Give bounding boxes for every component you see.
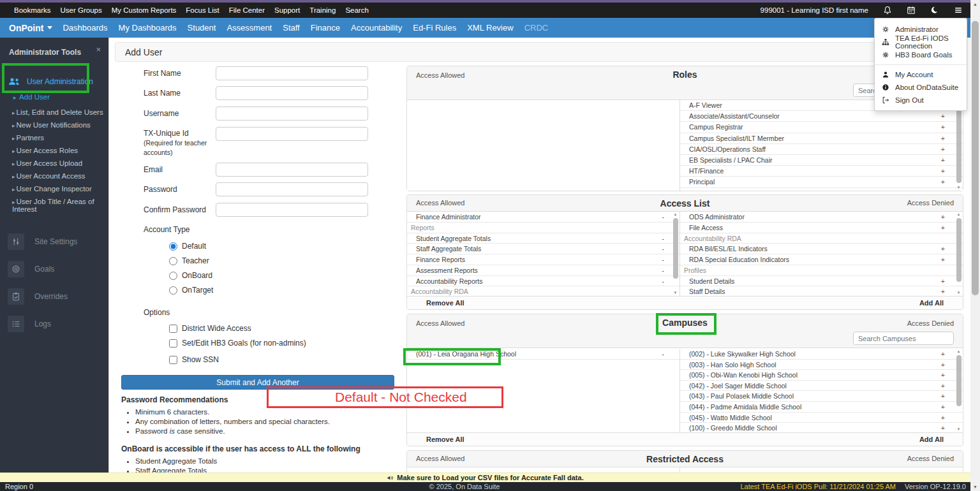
- moon-icon[interactable]: [930, 6, 939, 15]
- table-row[interactable]: (002) - Luke Skywalker High School+: [680, 349, 963, 360]
- table-row[interactable]: Campus Registrar+: [680, 122, 963, 133]
- menu-item-tea-edfi-iods-connection[interactable]: TEA Ed-Fi IODS Connection: [875, 36, 967, 48]
- table-row[interactable]: EB Specialists / LPAC Chair+: [680, 155, 963, 166]
- table-row[interactable]: (045) - Watto Middle School+: [680, 413, 963, 423]
- menu-focus-list[interactable]: Focus List: [186, 6, 219, 14]
- list-scrollbar[interactable]: ▲ ▼: [955, 349, 962, 432]
- show-ssn-input[interactable]: [169, 356, 177, 364]
- nav-dashboards[interactable]: Dashboards: [63, 23, 107, 33]
- remove-row-icon[interactable]: -: [662, 265, 665, 276]
- add-row-icon[interactable]: +: [941, 212, 945, 223]
- nav-student[interactable]: Student: [188, 23, 216, 33]
- table-row[interactable]: Campus Specialist/ILT Mermber+: [680, 133, 963, 144]
- scroll-up-icon[interactable]: ▲: [955, 349, 962, 354]
- email-field[interactable]: [216, 163, 368, 177]
- table-row[interactable]: HT/Finance+: [680, 166, 963, 177]
- nav-accountability[interactable]: Accountability: [351, 23, 402, 33]
- menu-search[interactable]: Search: [345, 6, 368, 14]
- add-row-icon[interactable]: +: [941, 133, 945, 144]
- set-edit-hb3-goals-input[interactable]: [169, 339, 177, 348]
- radio-onboard-input[interactable]: [169, 272, 177, 280]
- nav-my-dashboards[interactable]: My Dashboards: [119, 23, 177, 33]
- scroll-thumb[interactable]: [972, 21, 979, 295]
- scroll-down-icon[interactable]: ▼: [970, 485, 980, 489]
- table-row[interactable]: Staff Aggregate Totals-: [407, 244, 679, 254]
- add-all-button[interactable]: Add All: [919, 436, 944, 443]
- add-row-icon[interactable]: +: [941, 177, 945, 187]
- tx-unique-id-field[interactable]: [216, 127, 368, 141]
- last-name-field[interactable]: [216, 86, 368, 100]
- add-all-button[interactable]: Add All: [919, 299, 944, 307]
- scroll-up-icon[interactable]: ▲: [672, 212, 679, 217]
- remove-row-icon[interactable]: -: [662, 212, 665, 223]
- menu-bookmarks[interactable]: Bookmarks: [14, 6, 51, 14]
- add-row-icon[interactable]: +: [941, 381, 945, 392]
- checkbox-district-wide-access[interactable]: District Wide Access: [169, 324, 251, 333]
- remove-row-icon[interactable]: -: [662, 276, 665, 287]
- remove-row-icon[interactable]: -: [662, 233, 665, 244]
- list-scrollbar[interactable]: ▲ ▼: [955, 212, 962, 295]
- submit-and-add-another-button[interactable]: Submit and Add Another: [121, 375, 394, 390]
- username-field[interactable]: [216, 106, 368, 121]
- menu-item-my-account[interactable]: My Account: [875, 68, 967, 81]
- table-row[interactable]: Associate/Assistant/Counselor+: [680, 111, 963, 122]
- sidebar-item-add-user[interactable]: ▸ Add User: [0, 89, 108, 106]
- menu-item-about-ondatasuite[interactable]: About OnDataSuite: [875, 81, 967, 94]
- table-row[interactable]: RDA Special Education Indicators+: [680, 254, 963, 265]
- table-row[interactable]: CIA/OSL/Operations Staff+: [680, 144, 963, 155]
- menu-training[interactable]: Training: [309, 6, 336, 14]
- sidebar-item-logs[interactable]: Logs: [0, 313, 108, 335]
- scroll-thumb[interactable]: [673, 218, 678, 279]
- table-row[interactable]: (001) - Leia Oragana High School-: [407, 349, 679, 360]
- checkbox-show-ssn[interactable]: Show SSN: [169, 355, 219, 364]
- sidebar-item-user-administration[interactable]: User Administration: [0, 64, 108, 89]
- add-row-icon[interactable]: +: [941, 349, 945, 360]
- table-row[interactable]: RDA Bil/ESL/EL Indicators+: [680, 244, 963, 254]
- page-scrollbar[interactable]: ▲ ▼: [970, 0, 980, 491]
- table-row[interactable]: ODS Administrator+: [680, 212, 963, 223]
- table-row[interactable]: (005) - Obi-Wan Kenobi High School+: [680, 370, 963, 381]
- add-row-icon[interactable]: +: [941, 166, 945, 177]
- scroll-thumb[interactable]: [956, 218, 961, 282]
- list-scrollbar[interactable]: ▲ ▼: [672, 212, 679, 295]
- add-row-icon[interactable]: +: [941, 276, 945, 287]
- radio-teacher[interactable]: Teacher: [169, 256, 209, 265]
- calendar-icon[interactable]: [907, 6, 916, 15]
- radio-ontarget-input[interactable]: [169, 286, 177, 295]
- add-row-icon[interactable]: +: [941, 286, 945, 296]
- bell-icon[interactable]: [883, 6, 892, 15]
- add-row-icon[interactable]: +: [941, 244, 945, 254]
- remove-row-icon[interactable]: -: [662, 349, 665, 360]
- scroll-thumb[interactable]: [956, 106, 961, 183]
- scroll-up-icon[interactable]: ▲: [955, 212, 962, 217]
- password-field[interactable]: [216, 182, 368, 196]
- scroll-down-icon[interactable]: ▼: [955, 186, 962, 190]
- sidebar-item-site-settings[interactable]: Site Settings: [0, 231, 108, 253]
- radio-onboard[interactable]: OnBoard: [169, 271, 212, 280]
- checkbox-set-edit-hb3-goals[interactable]: Set/Edit HB3 Goals (for non-admins): [169, 339, 306, 348]
- sidebar-item-overrides[interactable]: Overrides: [0, 286, 108, 307]
- menu-file-center[interactable]: File Center: [229, 6, 265, 14]
- confirm-password-field[interactable]: [216, 203, 368, 217]
- add-row-icon[interactable]: +: [941, 223, 945, 233]
- add-row-icon[interactable]: +: [941, 360, 945, 370]
- menu-item-hb3-board-goals[interactable]: HB3 Board Goals: [875, 48, 967, 61]
- scroll-down-icon[interactable]: ▼: [672, 291, 679, 295]
- add-row-icon[interactable]: +: [941, 254, 945, 265]
- table-row[interactable]: Student Details+: [680, 276, 963, 287]
- remove-row-icon[interactable]: -: [662, 254, 665, 265]
- nav-assessment[interactable]: Assessment: [226, 23, 272, 33]
- table-row[interactable]: File Access+: [680, 223, 963, 233]
- remove-row-icon[interactable]: -: [662, 244, 665, 254]
- table-row[interactable]: Accountability Reports-: [407, 276, 679, 287]
- menu-user-groups[interactable]: User Groups: [61, 6, 102, 14]
- radio-default[interactable]: Default: [169, 242, 206, 251]
- add-row-icon[interactable]: +: [941, 423, 945, 432]
- remove-all-button[interactable]: Remove All: [426, 436, 464, 443]
- sidebar-item-goals[interactable]: Goals: [0, 258, 108, 280]
- sidebar-item-partners[interactable]: ▸Partners: [0, 131, 108, 144]
- table-row[interactable]: Finance Administrator-: [407, 212, 679, 223]
- table-row[interactable]: (042) - Joel Sager Middle School+: [680, 381, 963, 392]
- add-row-icon[interactable]: +: [941, 370, 945, 381]
- add-row-icon[interactable]: +: [941, 122, 945, 133]
